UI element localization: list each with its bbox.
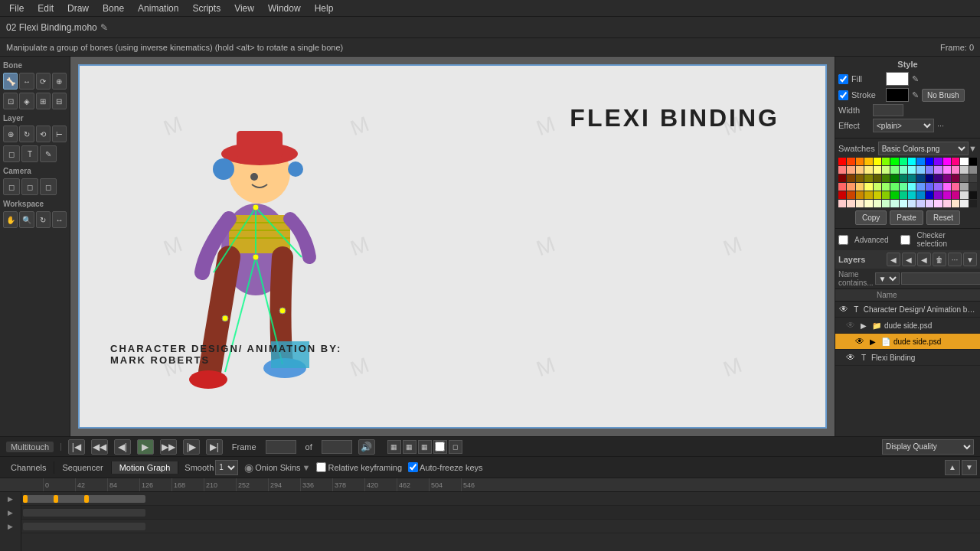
- swatch-cell-35[interactable]: [864, 174, 872, 182]
- view-btn-3[interactable]: ▦: [418, 440, 432, 454]
- swatch-cell-76[interactable]: [943, 191, 951, 199]
- menu-animation[interactable]: Animation: [132, 2, 185, 15]
- swatch-cell-19[interactable]: [864, 166, 872, 174]
- view-btn-2[interactable]: ▦: [403, 440, 416, 454]
- swatch-cell-28[interactable]: [943, 166, 951, 174]
- menu-bone[interactable]: Bone: [96, 2, 130, 15]
- swatches-dropdown-icon[interactable]: ▼: [969, 144, 977, 153]
- layer-item-4[interactable]: 👁 T Flexi Binding: [835, 350, 980, 366]
- swatch-cell-75[interactable]: [934, 191, 942, 199]
- swatch-cell-24[interactable]: [908, 166, 916, 174]
- edit-filename-icon[interactable]: ✎: [100, 22, 108, 33]
- display-quality-select[interactable]: Display Quality: [882, 439, 974, 455]
- tab-motion-graph[interactable]: Motion Graph: [112, 461, 179, 474]
- keyframe-2[interactable]: [54, 495, 58, 503]
- swatch-cell-78[interactable]: [960, 191, 968, 199]
- reset-button[interactable]: Reset: [926, 210, 960, 225]
- swatch-cell-62[interactable]: [960, 183, 968, 191]
- layer-tool-6[interactable]: T: [21, 145, 38, 162]
- copy-button[interactable]: Copy: [855, 210, 887, 225]
- swatch-cell-18[interactable]: [856, 166, 864, 174]
- swatch-cell-95[interactable]: [969, 200, 977, 207]
- swatch-cell-59[interactable]: [934, 183, 942, 191]
- swatch-cell-79[interactable]: [969, 191, 977, 199]
- swatch-cell-72[interactable]: [908, 191, 916, 199]
- fill-checkbox[interactable]: [838, 74, 848, 84]
- layer-2-visible-icon[interactable]: 👁: [844, 319, 857, 331]
- autofreeze-checkbox[interactable]: [408, 462, 418, 472]
- layers-btn-down[interactable]: ▼: [963, 253, 977, 266]
- checker-checkbox[interactable]: [900, 235, 910, 245]
- bone-tool-5[interactable]: ⊡: [3, 93, 18, 109]
- swatch-cell-38[interactable]: [890, 174, 898, 182]
- swatch-cell-22[interactable]: [890, 166, 898, 174]
- swatch-cell-84[interactable]: [874, 200, 881, 207]
- tab-sequencer[interactable]: Sequencer: [54, 461, 111, 474]
- camera-tool-3[interactable]: ◻: [40, 178, 57, 195]
- filter-type-select[interactable]: ▼: [875, 272, 900, 285]
- swatch-cell-3[interactable]: [864, 158, 872, 165]
- camera-tool-2[interactable]: ◻: [21, 178, 38, 195]
- next-key-button[interactable]: |▶: [183, 439, 200, 455]
- swatch-cell-1[interactable]: [847, 158, 854, 165]
- swatch-cell-25[interactable]: [916, 166, 924, 174]
- swatch-cell-87[interactable]: [900, 200, 907, 207]
- swatch-cell-73[interactable]: [916, 191, 924, 199]
- swatch-cell-56[interactable]: [908, 183, 916, 191]
- workspace-tool-1[interactable]: ✋: [3, 211, 18, 228]
- swatch-cell-11[interactable]: [934, 158, 942, 165]
- track-label-3[interactable]: ▶: [0, 520, 21, 533]
- bone-tool-8[interactable]: ⊟: [52, 93, 67, 109]
- bone-tool-6[interactable]: ◈: [19, 93, 34, 109]
- swatch-cell-91[interactable]: [934, 200, 942, 207]
- swatch-cell-12[interactable]: [943, 158, 951, 165]
- frame-current-input[interactable]: 0: [266, 440, 296, 454]
- swatch-cell-39[interactable]: [900, 174, 907, 182]
- swatch-cell-15[interactable]: [969, 158, 977, 165]
- bone-tool-3[interactable]: ⟳: [36, 73, 51, 90]
- swatch-cell-53[interactable]: [882, 183, 890, 191]
- swatch-cell-23[interactable]: [900, 166, 907, 174]
- swatch-cell-58[interactable]: [926, 183, 933, 191]
- swatch-cell-55[interactable]: [900, 183, 907, 191]
- bone-tool-7[interactable]: ⊞: [36, 93, 51, 109]
- tab-channels[interactable]: Channels: [3, 461, 54, 474]
- swatch-cell-41[interactable]: [916, 174, 924, 182]
- layer-2-expand-icon[interactable]: ▶: [858, 320, 869, 331]
- layer-4-visible-icon[interactable]: 👁: [844, 351, 857, 364]
- swatch-cell-67[interactable]: [864, 191, 872, 199]
- swatch-cell-21[interactable]: [882, 166, 890, 174]
- no-brush-button[interactable]: No Brush: [922, 89, 965, 102]
- swatch-cell-17[interactable]: [847, 166, 854, 174]
- layers-btn-3[interactable]: ◀: [917, 253, 931, 266]
- swatch-cell-20[interactable]: [874, 166, 881, 174]
- swatch-cell-49[interactable]: [847, 183, 854, 191]
- timeline-expand-btn[interactable]: ▼: [962, 460, 977, 475]
- stroke-edit-icon[interactable]: ✎: [912, 90, 919, 100]
- layer-item-3[interactable]: 👁 ▶ 📄 dude side.psd: [835, 334, 980, 350]
- effect-more-icon[interactable]: ···: [937, 121, 944, 130]
- swatch-cell-86[interactable]: [890, 200, 898, 207]
- swatch-cell-74[interactable]: [926, 191, 933, 199]
- swatch-cell-63[interactable]: [969, 183, 977, 191]
- track-content[interactable]: [21, 492, 980, 551]
- relative-keyframing-checkbox[interactable]: [316, 462, 326, 472]
- swatch-cell-5[interactable]: [882, 158, 890, 165]
- menu-draw[interactable]: Draw: [61, 2, 95, 15]
- view-safe-checkbox[interactable]: [433, 440, 447, 454]
- track-bar-3[interactable]: [23, 523, 145, 530]
- fill-color-swatch[interactable]: [886, 72, 909, 86]
- swatch-cell-47[interactable]: [969, 174, 977, 182]
- swatch-cell-27[interactable]: [934, 166, 942, 174]
- swatch-cell-30[interactable]: [960, 166, 968, 174]
- stroke-color-swatch[interactable]: [886, 88, 909, 102]
- swatch-cell-8[interactable]: [908, 158, 916, 165]
- swatch-cell-45[interactable]: [952, 174, 959, 182]
- menu-file[interactable]: File: [3, 2, 30, 15]
- keyframe-1[interactable]: [23, 495, 28, 503]
- swatch-cell-4[interactable]: [874, 158, 881, 165]
- swatch-cell-70[interactable]: [890, 191, 898, 199]
- swatch-cell-10[interactable]: [926, 158, 933, 165]
- swatch-cell-37[interactable]: [882, 174, 890, 182]
- stroke-checkbox[interactable]: [838, 90, 848, 100]
